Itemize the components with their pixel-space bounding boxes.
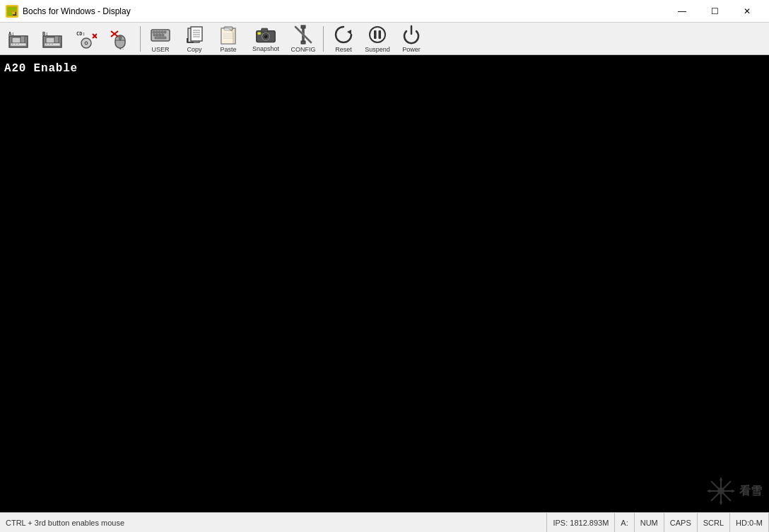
mouse-button[interactable] [105,25,136,53]
power-label: Power [402,46,421,53]
suspend-label: Suspend [365,46,390,53]
toolbar-sep-2 [323,26,324,52]
toolbar: A: B: [0,23,769,55]
mouse-icon [110,28,131,49]
svg-rect-47 [191,27,202,41]
app-icon [6,5,18,18]
svg-rect-39 [161,31,163,33]
svg-rect-74 [379,30,382,39]
close-button[interactable]: ✕ [731,0,763,23]
copy-icon [184,24,205,45]
config-label: CONFIG [291,46,316,53]
suspend-button[interactable]: Suspend [362,25,393,53]
svg-rect-44 [162,34,164,36]
watermark-icon [707,477,735,505]
paste-button[interactable]: Paste [213,25,244,53]
status-message: CTRL + 3rd button enables mouse [0,513,547,532]
window-title: Bochs for Windows - Display [23,6,666,16]
svg-rect-40 [164,31,166,33]
svg-rect-37 [155,31,158,33]
svg-rect-36 [153,31,155,33]
svg-marker-82 [707,490,712,492]
reset-label: Reset [335,46,352,53]
status-ips: IPS: 1812.893M [547,513,615,532]
display-area[interactable]: A20 Enable 看雪 [0,55,769,512]
config-button[interactable]: CONFIG [288,25,319,53]
svg-rect-73 [374,30,377,39]
toolbar-sep-1 [140,26,141,52]
svg-rect-10 [20,36,25,43]
svg-rect-12 [12,44,13,45]
paste-icon [218,24,239,45]
user-button[interactable]: USER [145,25,176,53]
svg-rect-41 [153,34,155,36]
watermark: 看雪 [707,477,762,505]
restore-button[interactable]: ☐ [698,0,731,23]
svg-rect-65 [258,32,261,35]
copy-label: Copy [187,46,201,53]
config-icon [293,24,314,45]
status-id: HD:0-M [730,513,769,532]
snapshot-button[interactable]: Snapshot [247,25,285,53]
svg-marker-58 [221,28,233,44]
paste-label: Paste [220,46,236,53]
svg-rect-42 [156,34,158,36]
status-bar: CTRL + 3rd button enables mouse IPS: 181… [0,512,769,532]
watermark-text: 看雪 [739,484,762,499]
svg-rect-45 [155,37,166,39]
floppy-a-icon: A: [8,28,29,49]
svg-rect-38 [158,31,160,33]
suspend-icon [367,24,388,45]
svg-rect-32 [119,36,122,40]
reset-button[interactable]: Reset [328,25,359,53]
svg-rect-22 [52,44,53,45]
svg-rect-14 [18,44,19,45]
svg-rect-13 [15,44,16,45]
svg-rect-2 [8,7,11,11]
svg-point-64 [264,35,265,36]
cdrom-button[interactable]: CD: [71,25,102,53]
status-num: NUM [635,513,664,532]
status-caps: CAPS [664,513,698,532]
window-controls: — ☐ ✕ [666,0,763,23]
svg-rect-60 [262,28,268,32]
snapshot-icon [255,25,276,45]
user-label: USER [151,46,169,53]
status-drive: A: [615,513,634,532]
svg-point-26 [86,42,87,44]
copy-button[interactable]: Copy [179,25,210,53]
svg-marker-80 [720,477,722,483]
svg-marker-83 [729,490,735,492]
svg-rect-68 [301,41,305,44]
reset-icon [333,24,354,45]
svg-rect-43 [159,34,161,36]
svg-rect-3 [13,7,16,11]
user-icon [150,24,171,45]
floppy-b-button[interactable]: B: [37,25,68,53]
svg-text:CD:: CD: [76,31,86,37]
display-content: A20 Enable [0,55,769,82]
status-scrl: SCRL [698,513,730,532]
svg-rect-4 [8,12,11,16]
svg-rect-21 [49,44,50,45]
svg-marker-81 [720,500,722,505]
svg-point-72 [370,27,385,42]
power-icon [401,24,422,45]
snapshot-label: Snapshot [252,45,279,52]
svg-rect-20 [46,44,47,45]
floppy-a-button[interactable]: A: [3,25,34,53]
power-button[interactable]: Power [396,25,427,53]
title-bar: Bochs for Windows - Display — ☐ ✕ [0,0,769,23]
svg-rect-18 [54,36,59,43]
floppy-b-icon: B: [42,28,63,49]
cdrom-icon: CD: [76,28,97,49]
svg-rect-66 [301,25,305,28]
svg-marker-71 [347,30,351,35]
minimize-button[interactable]: — [666,0,698,23]
svg-point-6 [13,11,16,14]
